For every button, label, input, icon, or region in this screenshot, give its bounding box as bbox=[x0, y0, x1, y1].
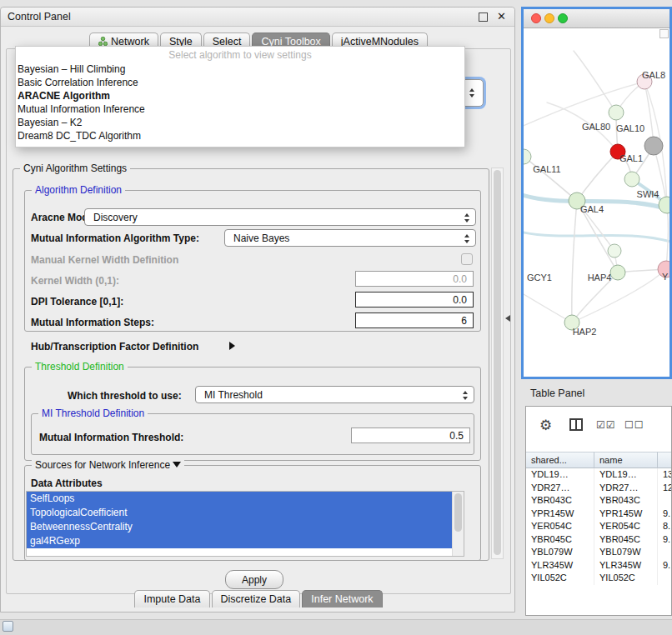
tab-impute-data[interactable]: Impute Data bbox=[134, 590, 209, 608]
select-all-checkboxes-icon[interactable]: ☑☑ bbox=[596, 419, 616, 431]
control-panel-title: Control Panel bbox=[8, 11, 71, 22]
algorithm-option-mutual-information-inference[interactable]: Mutual Information Inference bbox=[16, 102, 464, 116]
combo-arrows-icon bbox=[464, 234, 470, 243]
aracne-mode-value: Discovery bbox=[93, 212, 138, 223]
algorithm-option-basic-correlation-inference[interactable]: Basic Correlation Inference bbox=[16, 76, 464, 89]
network-edge bbox=[644, 82, 654, 146]
dpi-tolerance-label: DPI Tolerance [0,1]: bbox=[31, 296, 123, 308]
attribute-item-selfloops[interactable]: SelfLoops bbox=[27, 492, 453, 506]
mi-threshold-group-title: MI Threshold Definition bbox=[38, 408, 148, 419]
tab-label: Discretize Data bbox=[221, 593, 292, 605]
cyni-algorithm-settings-title: Cyni Algorithm Settings bbox=[20, 162, 130, 174]
close-traffic-light-icon[interactable] bbox=[531, 13, 541, 23]
tab-infer-network[interactable]: Infer Network bbox=[302, 590, 382, 608]
minimized-window-icon[interactable] bbox=[3, 621, 13, 632]
data-attributes-list[interactable]: SelfLoopsTopologicalCoefficientBetweenne… bbox=[26, 491, 464, 557]
network-node[interactable] bbox=[624, 172, 639, 187]
zoom-traffic-light-icon[interactable] bbox=[558, 13, 568, 23]
node-label-hap4: HAP4 bbox=[588, 272, 612, 282]
table-row[interactable]: YPR145WYPR145W9. bbox=[526, 508, 672, 521]
aracne-mode-select[interactable]: Discovery bbox=[84, 208, 476, 226]
dpi-tolerance-field[interactable]: 0.0 bbox=[355, 292, 474, 308]
network-edge bbox=[524, 157, 577, 201]
which-threshold-value: MI Threshold bbox=[204, 389, 263, 401]
column-header-col2[interactable] bbox=[658, 452, 672, 468]
mi-steps-field[interactable]: 6 bbox=[355, 312, 474, 328]
tab-discretize-data[interactable]: Discretize Data bbox=[212, 590, 301, 608]
gear-icon[interactable]: ⚙ bbox=[539, 417, 552, 434]
table-row[interactable]: YIL052CYIL052C bbox=[526, 572, 672, 585]
restore-icon[interactable] bbox=[479, 12, 488, 22]
kernel-width-field[interactable]: 0.0 bbox=[355, 271, 474, 287]
table-cell bbox=[658, 494, 672, 508]
list-scrollbar-thumb[interactable] bbox=[454, 493, 462, 532]
table-cell: YBR043C bbox=[594, 494, 658, 508]
column-header-shared[interactable]: shared... bbox=[526, 452, 594, 468]
which-threshold-select[interactable]: MI Threshold bbox=[195, 386, 474, 403]
node-label-hap2: HAP2 bbox=[573, 327, 597, 337]
table-row[interactable]: YDR27…YDR27…12 bbox=[526, 482, 672, 495]
table-body: YDL19…YDL19…13YDR27…YDR27…12YBR043CYBR04… bbox=[526, 468, 672, 585]
which-threshold-label: Which threshold to use: bbox=[68, 390, 182, 402]
close-icon[interactable]: ✕ bbox=[497, 10, 506, 22]
table-cell: YIL052C bbox=[594, 572, 658, 585]
attribute-item-topologicalcoefficient[interactable]: TopologicalCoefficient bbox=[27, 506, 453, 520]
settings-scrollbar[interactable] bbox=[491, 168, 504, 559]
algorithm-definition-title: Algorithm Definition bbox=[32, 184, 125, 196]
control-panel-titlebar[interactable]: Control Panel ✕ bbox=[1, 8, 514, 27]
algorithm-option-dream8-dc-tdc-algorithm[interactable]: Dream8 DC_TDC Algorithm bbox=[16, 129, 464, 142]
manual-kernel-label: Manual Kernel Width Definition bbox=[31, 254, 178, 266]
table-cell: 12 bbox=[658, 482, 672, 495]
column-header-name[interactable]: name bbox=[594, 452, 658, 468]
columns-icon[interactable] bbox=[569, 418, 583, 431]
table-cell: 13 bbox=[658, 468, 672, 482]
table-row[interactable]: YBR045CYBR045C9. bbox=[526, 533, 672, 547]
tab-label: Impute Data bbox=[143, 593, 200, 605]
attribute-item-betweennesscentrality[interactable]: BetweennessCentrality bbox=[27, 520, 453, 534]
list-scrollbar[interactable] bbox=[452, 492, 464, 556]
table-row[interactable]: YBR043CYBR043C bbox=[526, 494, 672, 508]
network-node[interactable] bbox=[609, 105, 624, 120]
deselect-all-checkboxes-icon[interactable]: ☐☐ bbox=[624, 419, 644, 431]
table-cell: YLR345W bbox=[594, 559, 658, 572]
table-cell: YDR27… bbox=[594, 482, 658, 495]
network-view-window[interactable]: GAL8GAL80GAL10GAL11GAL1SWI4GAL4GCY1HAP4Y… bbox=[521, 7, 672, 379]
network-window-titlebar[interactable] bbox=[524, 9, 669, 28]
mi-threshold-field[interactable]: 0.5 bbox=[351, 428, 470, 443]
table-cell bbox=[658, 546, 672, 559]
node-label-gal1: GAL1 bbox=[619, 153, 643, 163]
network-node[interactable] bbox=[608, 244, 621, 258]
algorithm-option-bayesian-k2[interactable]: Bayesian – K2 bbox=[16, 116, 464, 129]
node-label-gal10: GAL10 bbox=[616, 123, 644, 133]
splitter-collapse-icon[interactable] bbox=[505, 315, 510, 322]
status-bar bbox=[0, 619, 672, 635]
algorithm-option-bayesian-hill-climbing[interactable]: Bayesian – Hill Climbing bbox=[16, 62, 464, 76]
expand-right-icon[interactable] bbox=[229, 342, 235, 350]
table-row[interactable]: YDL19…YDL19…13 bbox=[526, 468, 672, 482]
network-edge bbox=[572, 201, 577, 322]
apply-button[interactable]: Apply bbox=[225, 570, 283, 589]
manual-kernel-checkbox[interactable] bbox=[461, 253, 473, 265]
collapse-down-icon[interactable] bbox=[173, 462, 181, 468]
mi-type-select[interactable]: Naive Bayes bbox=[224, 229, 476, 247]
mi-steps-value: 6 bbox=[461, 315, 467, 327]
algorithm-dropdown-list: Bayesian – Hill ClimbingBasic Correlatio… bbox=[16, 62, 464, 142]
algorithm-option-aracne-algorithm[interactable]: ARACNE Algorithm bbox=[16, 89, 464, 102]
node-label-gal8: GAL8 bbox=[642, 70, 665, 80]
network-edge bbox=[524, 294, 572, 322]
table-row[interactable]: YER054CYER054C8. bbox=[526, 520, 672, 533]
table-row[interactable]: YBL079WYBL079W bbox=[526, 546, 672, 559]
network-node[interactable] bbox=[610, 265, 625, 280]
dpi-tolerance-value: 0.0 bbox=[453, 294, 467, 306]
combo-arrows-icon bbox=[464, 213, 470, 222]
algorithm-dropdown-placeholder: Select algorithm to view settings bbox=[16, 47, 464, 62]
attribute-item-gal4rgexp[interactable]: gal4RGexp bbox=[27, 534, 453, 548]
table-panel-window: ⚙ ☑☑ ☐☐ shared...name YDL19…YDL19…13YDR2… bbox=[525, 406, 672, 616]
network-canvas[interactable]: GAL8GAL80GAL10GAL11GAL1SWI4GAL4GCY1HAP4Y… bbox=[524, 28, 669, 377]
network-node[interactable] bbox=[644, 137, 663, 155]
settings-scrollbar-thumb[interactable] bbox=[494, 170, 501, 555]
table-row[interactable]: YLR345WYLR345W9. bbox=[526, 559, 672, 572]
table-cell: YBL079W bbox=[594, 546, 658, 559]
minimize-traffic-light-icon[interactable] bbox=[544, 13, 554, 23]
table-cell: YDL19… bbox=[526, 468, 594, 482]
